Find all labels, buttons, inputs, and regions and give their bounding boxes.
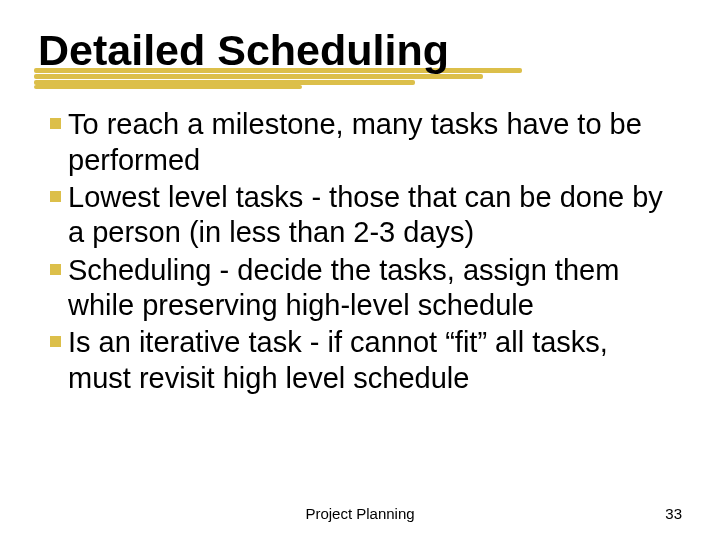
square-bullet-icon (50, 325, 68, 357)
page-number: 33 (665, 505, 682, 522)
slide-title: Detailed Scheduling (38, 28, 682, 73)
footer-label: Project Planning (305, 505, 414, 522)
list-item: Scheduling - decide the tasks, assign th… (50, 253, 676, 324)
footer: Project Planning (0, 505, 720, 522)
square-bullet-icon (50, 107, 68, 139)
bullet-text: Is an iterative task - if cannot “fit” a… (68, 325, 676, 396)
square-bullet-icon (50, 253, 68, 285)
list-item: To reach a milestone, many tasks have to… (50, 107, 676, 178)
bullet-text: Lowest level tasks - those that can be d… (68, 180, 676, 251)
title-block: Detailed Scheduling (38, 28, 682, 73)
list-item: Lowest level tasks - those that can be d… (50, 180, 676, 251)
bullet-list: To reach a milestone, many tasks have to… (38, 107, 682, 396)
bullet-text: To reach a milestone, many tasks have to… (68, 107, 676, 178)
list-item: Is an iterative task - if cannot “fit” a… (50, 325, 676, 396)
bullet-text: Scheduling - decide the tasks, assign th… (68, 253, 676, 324)
brush-stroke-icon (34, 85, 302, 89)
slide: Detailed Scheduling To reach a milestone… (0, 0, 720, 540)
square-bullet-icon (50, 180, 68, 212)
brush-stroke-icon (34, 74, 483, 79)
